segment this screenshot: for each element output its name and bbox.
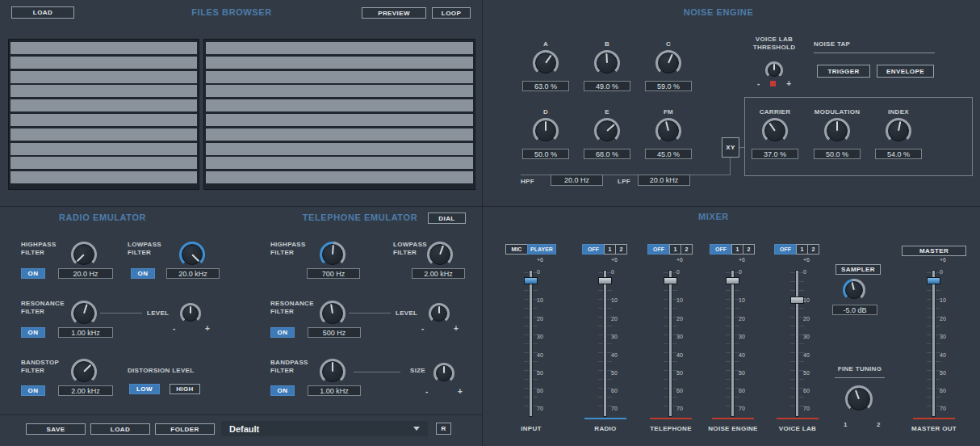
- save-preset-button[interactable]: SAVE: [26, 423, 86, 435]
- noise-off-button[interactable]: OFF: [710, 244, 732, 255]
- loop-button[interactable]: LOOP: [432, 7, 471, 19]
- tel-resonance-knob[interactable]: [320, 301, 346, 326]
- tel-highpass-knob[interactable]: [320, 242, 346, 267]
- radio-level-plus[interactable]: +: [205, 324, 210, 333]
- radio-bandstop-on-button[interactable]: ON: [21, 385, 45, 396]
- radio-lowpass-on-button[interactable]: ON: [131, 268, 155, 279]
- folder-button[interactable]: FOLDER: [155, 423, 215, 435]
- radio-bandstop-knob[interactable]: [71, 359, 97, 385]
- tel-level-knob[interactable]: [429, 303, 450, 324]
- knob-b[interactable]: [594, 50, 620, 76]
- tel-highpass-value[interactable]: 700 Hz: [307, 268, 360, 279]
- preset-selector[interactable]: Default: [221, 421, 428, 436]
- telephone-off-button[interactable]: OFF: [647, 244, 670, 255]
- tel-lowpass-value[interactable]: 2.00 kHz: [412, 268, 465, 279]
- master-fader-handle[interactable]: [927, 277, 940, 284]
- radio-level-knob[interactable]: [180, 303, 201, 324]
- preview-button[interactable]: PREVIEW: [362, 7, 426, 19]
- index-knob[interactable]: [886, 118, 911, 144]
- tel-resonance-on-button[interactable]: ON: [270, 327, 295, 338]
- mic-button[interactable]: MIC: [505, 244, 528, 255]
- knob-c[interactable]: [655, 50, 681, 76]
- knob-fm[interactable]: [655, 118, 681, 144]
- knob-b-value[interactable]: 49.0 %: [584, 81, 630, 91]
- radio-fader-track[interactable]: [604, 271, 606, 416]
- tel-resonance-value[interactable]: 500 Hz: [308, 327, 361, 338]
- knob-c-value[interactable]: 59.0 %: [645, 81, 692, 91]
- master-fader-track[interactable]: [932, 271, 935, 416]
- voicelab-off-button[interactable]: OFF: [774, 244, 797, 255]
- file-list-right[interactable]: [203, 39, 475, 190]
- knob-e-value[interactable]: 68.0 %: [584, 149, 630, 159]
- file-list-left[interactable]: [8, 39, 199, 190]
- noise-2-button[interactable]: 2: [743, 244, 755, 255]
- tel-size-knob[interactable]: [433, 363, 454, 384]
- telephone-2-button[interactable]: 2: [681, 244, 693, 255]
- threshold-minus[interactable]: -: [757, 79, 760, 88]
- randomize-button[interactable]: R: [436, 423, 451, 435]
- tel-size-minus[interactable]: -: [425, 387, 428, 396]
- radio-lowpass-knob[interactable]: [179, 242, 205, 267]
- sampler-knob[interactable]: [843, 279, 865, 301]
- noise-fader-track[interactable]: [731, 271, 734, 416]
- voicelab-1-button[interactable]: 1: [796, 244, 808, 255]
- radio-fader-handle[interactable]: [598, 277, 612, 284]
- load-file-button[interactable]: LOAD: [11, 6, 74, 19]
- player-button[interactable]: PLAYER: [527, 244, 556, 255]
- envelope-button[interactable]: ENVELOPE: [877, 65, 934, 78]
- dial-button[interactable]: DIAL: [428, 212, 466, 224]
- tel-bandpass-on-button[interactable]: ON: [270, 385, 295, 396]
- radio-2-button[interactable]: 2: [615, 244, 627, 255]
- sampler-value[interactable]: -5.0 dB: [832, 305, 877, 315]
- sampler-button[interactable]: SAMPLER: [836, 264, 881, 275]
- voice-lab-threshold-knob[interactable]: [765, 61, 783, 79]
- tel-size-plus[interactable]: +: [458, 387, 463, 396]
- modulation-knob[interactable]: [824, 118, 850, 144]
- knob-a-value[interactable]: 63.0 %: [522, 81, 569, 91]
- carrier-value[interactable]: 37.0 %: [752, 149, 798, 159]
- radio-resonance-on-button[interactable]: ON: [21, 327, 45, 338]
- lpf-value[interactable]: 20.0 kHz: [638, 175, 690, 186]
- tel-lowpass-knob[interactable]: [427, 242, 453, 267]
- radio-level-minus[interactable]: -: [173, 324, 175, 333]
- tel-bandpass-knob[interactable]: [320, 359, 346, 385]
- master-button[interactable]: MASTER: [902, 246, 966, 256]
- knob-fm-value[interactable]: 45.0 %: [645, 149, 692, 159]
- radio-bandstop-value[interactable]: 2.00 kHz: [58, 385, 113, 396]
- index-value[interactable]: 54.0 %: [875, 149, 922, 159]
- hpf-value[interactable]: 20.0 Hz: [551, 175, 603, 186]
- radio-highpass-on-button[interactable]: ON: [21, 268, 45, 279]
- radio-resonance-value[interactable]: 1.00 kHz: [58, 327, 113, 338]
- trigger-button[interactable]: TRIGGER: [817, 65, 870, 78]
- load-preset-button[interactable]: LOAD: [90, 423, 150, 435]
- radio-resonance-knob[interactable]: [71, 301, 97, 326]
- carrier-knob[interactable]: [762, 118, 788, 144]
- knob-d[interactable]: [533, 118, 559, 144]
- noise-1-button[interactable]: 1: [731, 244, 743, 255]
- voicelab-fader-track[interactable]: [796, 271, 798, 416]
- radio-highpass-value[interactable]: 20.0 Hz: [58, 268, 113, 279]
- input-fader-track[interactable]: [530, 271, 532, 416]
- knob-d-value[interactable]: 50.0 %: [522, 149, 569, 159]
- tel-bandpass-value[interactable]: 1.00 kHz: [308, 385, 361, 396]
- radio-lowpass-value[interactable]: 20.0 kHz: [166, 268, 220, 279]
- distorsion-high-button[interactable]: HIGH: [170, 384, 200, 394]
- radio-off-button[interactable]: OFF: [582, 244, 605, 255]
- knob-a[interactable]: [533, 50, 559, 76]
- telephone-fader-track[interactable]: [669, 271, 672, 416]
- voicelab-fader-handle[interactable]: [790, 297, 804, 304]
- radio-1-button[interactable]: 1: [604, 244, 616, 255]
- distorsion-low-button[interactable]: LOW: [129, 384, 160, 394]
- threshold-plus[interactable]: +: [786, 79, 791, 88]
- voicelab-2-button[interactable]: 2: [807, 244, 819, 255]
- knob-e[interactable]: [594, 118, 620, 144]
- telephone-1-button[interactable]: 1: [669, 244, 681, 255]
- telephone-fader-handle[interactable]: [664, 277, 677, 284]
- radio-highpass-knob[interactable]: [71, 242, 97, 267]
- tel-level-minus[interactable]: -: [421, 324, 424, 333]
- tel-level-plus[interactable]: +: [454, 324, 459, 333]
- xy-pad-button[interactable]: XY: [722, 137, 739, 158]
- modulation-value[interactable]: 50.0 %: [814, 149, 861, 159]
- fine-tuning-knob[interactable]: [845, 385, 873, 413]
- input-fader-handle[interactable]: [524, 277, 538, 284]
